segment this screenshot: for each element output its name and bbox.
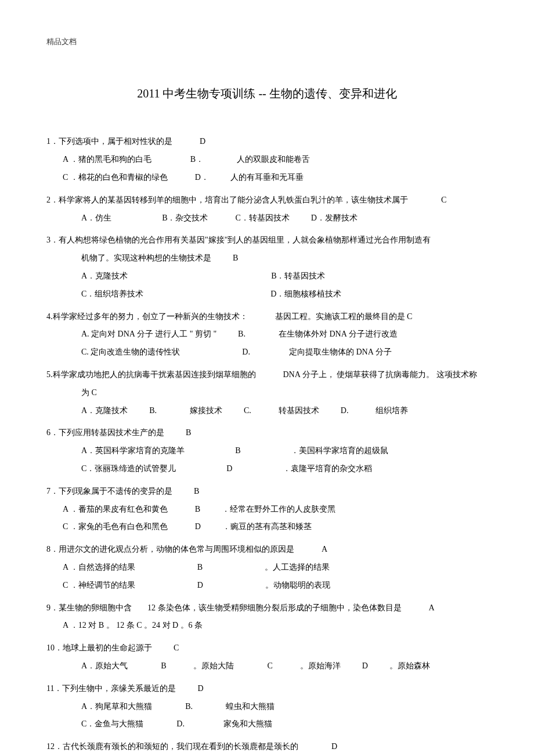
- q1-stem: 1．下列选项中，属于相对性状的是: [46, 137, 172, 146]
- q8-stem: 8．用进尔文的进化观点分析，动物的体色常与周围环境相似的原因是: [46, 545, 294, 554]
- question-8: 8．用进尔文的进化观点分析，动物的体色常与周围环境相似的原因是 A A ．自然选…: [46, 541, 488, 594]
- q7-option-c: C ．家兔的毛色有白色和黑色: [63, 522, 168, 531]
- question-10: 10．地球上最初的生命起源于 C A．原始大气 B 。原始大陆 C 。原始海洋 …: [46, 639, 488, 675]
- q1-answer: D: [200, 137, 205, 146]
- q10-option-a: A．原始大气: [81, 661, 128, 670]
- question-7: 7．下列现象属于不遗传的变异的是 B A ．番茄的果皮有红色和黄色 B ．经常在…: [46, 483, 488, 536]
- q10-answer: C: [174, 643, 179, 652]
- q4-option-c: C. 定向改造生物的遗传性状: [81, 348, 180, 356]
- q7-option-b-label: B: [195, 505, 200, 513]
- question-11: 11．下列生物中，亲缘关系最近的是 D A．狗尾草和大熊猫 B. 蝗虫和大熊猫 …: [46, 680, 488, 733]
- q9-stem1: 9．某生物的卵细胞中含: [46, 603, 132, 612]
- q12-answer: D: [331, 742, 337, 751]
- q4-stem: 4.科学家经过多年的努力，创立了一种新兴的生物技术：: [46, 312, 248, 321]
- q2-option-d: D．发酵技术: [311, 214, 358, 222]
- page-title: 2011 中考生物专项训练 -- 生物的遗传、变异和进化: [46, 83, 488, 104]
- q10-stem: 10．地球上最初的生命起源于: [46, 643, 152, 652]
- q5-option-b-text: 嫁接技术: [190, 406, 222, 415]
- q8-answer: A: [322, 545, 327, 554]
- q5-stem-line1: 5.科学家成功地把人的抗病毒干扰素基因连接到烟草细胞的: [46, 370, 256, 379]
- q1-option-d-label: D．: [195, 173, 209, 182]
- q7-option-d-label: D: [195, 522, 201, 531]
- question-2: 2．科学家将人的某基因转移到羊的细胞中，培育出了能分泌含人乳铁蛋白乳汁的羊，该生…: [46, 191, 488, 227]
- q8-option-c: C ．神经调节的结果: [63, 581, 135, 589]
- q1-option-c: C ．棉花的白色和青椒的绿色: [63, 173, 168, 182]
- q8-option-d-text: 。动物聪明的表现: [265, 581, 330, 589]
- q3-stem-line2: 机物了。实现这种构想的生物技术是: [81, 254, 211, 262]
- q6-option-c: C．张丽珠缔造的试管婴儿: [81, 464, 176, 473]
- q10-option-d-label: D: [362, 661, 368, 670]
- q6-option-d-text: ．袁隆平培育的杂交水稻: [283, 464, 372, 473]
- q1-option-d-text: 人的有耳垂和无耳垂: [230, 173, 304, 182]
- q7-answer: B: [194, 487, 199, 495]
- q8-option-d-label: D: [197, 581, 203, 589]
- q2-stem: 2．科学家将人的某基因转移到羊的细胞中，培育出了能分泌含人乳铁蛋白乳汁的羊，该生…: [46, 196, 408, 204]
- q1-option-b-text: 人的双眼皮和能卷舌: [237, 155, 310, 164]
- q1-option-b-label: B．: [190, 155, 204, 164]
- q8-option-b-text: 。人工选择的结果: [265, 563, 330, 571]
- q5-option-d-label: D.: [341, 406, 349, 415]
- q5-stem-line3: 为 C: [46, 384, 488, 402]
- q6-answer: B: [186, 428, 191, 437]
- q8-option-b-label: B: [197, 563, 203, 571]
- q4-stem2: 基因工程。实施该工程的最终目的是 C: [275, 312, 413, 321]
- question-3: 3．有人构想将绿色植物的光合作用有关基因"嫁接"到人的基因组里，人就会象植物那样…: [46, 231, 488, 303]
- q3-option-a: A．克隆技术: [81, 272, 128, 280]
- q5-option-c-label: C.: [244, 406, 251, 415]
- q7-option-d-text: ．豌豆的茎有高茎和矮茎: [222, 522, 312, 531]
- q5-option-d-text: 组织培养: [376, 406, 408, 415]
- q10-option-b-text: 。原始大陆: [193, 661, 234, 670]
- q10-option-b-label: B: [161, 661, 166, 670]
- q11-option-b-text: 蝗虫和大熊猫: [226, 702, 275, 711]
- q3-answer: B: [233, 254, 238, 262]
- q11-option-d-text: 家兔和大熊猫: [223, 719, 272, 728]
- q7-option-b-text: ．经常在野外工作的人皮肤变黑: [222, 505, 335, 513]
- q9-options: A ．12 对 B 。 12 条 C 。24 对 D 。6 条: [46, 617, 488, 635]
- q11-answer: D: [197, 684, 203, 693]
- q3-option-b: B．转基因技术: [271, 272, 325, 280]
- q2-option-c: C．转基因技术: [235, 214, 289, 222]
- q9-answer: A: [429, 603, 435, 612]
- q12-stem: 12．古代长颈鹿有颈长的和颈短的，我们现在看到的长颈鹿都是颈长的: [46, 742, 298, 751]
- q6-option-b-label: B: [235, 446, 240, 455]
- q1-option-a: A ．猪的黑毛和狗的白毛: [63, 155, 151, 164]
- q7-option-a: A ．番茄的果皮有红色和黄色: [63, 505, 168, 513]
- q3-stem-line1: 3．有人构想将绿色植物的光合作用有关基因"嫁接"到人的基因组里，人就会象植物那样…: [46, 231, 488, 249]
- q11-option-d-label: D.: [176, 719, 185, 728]
- q4-option-b-text: 在生物体外对 DNA 分子进行改造: [279, 330, 398, 338]
- q11-option-b-label: B.: [185, 702, 193, 711]
- q6-option-d-label: D: [226, 464, 232, 473]
- q6-option-a: A．英国科学家培育的克隆羊: [81, 446, 185, 455]
- q11-option-c: C．金鱼与大熊猫: [81, 719, 143, 728]
- question-6: 6．下列应用转基因技术生产的是 B A．英国科学家培育的克隆羊 B ．美国科学家…: [46, 424, 488, 478]
- q7-stem: 7．下列现象属于不遗传的变异的是: [46, 487, 172, 495]
- header-text: 精品文档: [46, 35, 488, 48]
- q10-option-c-text: 。原始海洋: [300, 661, 341, 670]
- q10-option-c-label: C: [267, 661, 272, 670]
- q5-option-a: A．克隆技术: [81, 406, 128, 415]
- q4-option-b-label: B.: [238, 330, 246, 338]
- q2-option-a: A．仿生: [81, 214, 111, 222]
- q11-stem: 11．下列生物中，亲缘关系最近的是: [46, 684, 176, 693]
- question-9: 9．某生物的卵细胞中含 12 条染色体，该生物受精卵细胞分裂后形成的子细胞中，染…: [46, 599, 488, 635]
- question-4: 4.科学家经过多年的努力，创立了一种新兴的生物技术： 基因工程。实施该工程的最终…: [46, 308, 488, 361]
- question-5: 5.科学家成功地把人的抗病毒干扰素基因连接到烟草细胞的 DNA 分子上， 使烟草…: [46, 366, 488, 419]
- q6-option-b-text: ．美国科学家培育的超级鼠: [291, 446, 388, 455]
- q4-option-d-label: D.: [242, 348, 250, 356]
- q4-option-d-text: 定向提取生物体的 DNA 分子: [289, 348, 392, 356]
- question-12: 12．古代长颈鹿有颈长的和颈短的，我们现在看到的长颈鹿都是颈长的 D: [46, 738, 488, 756]
- q2-option-b: B．杂交技术: [162, 214, 208, 222]
- q5-stem-line2: DNA 分子上， 使烟草获得了抗病毒能力。 这项技术称: [283, 370, 477, 379]
- q8-option-a: A ．自然选择的结果: [63, 563, 135, 571]
- q9-stem2: 12 条染色体，该生物受精卵细胞分裂后形成的子细胞中，染色体数目是: [147, 603, 402, 612]
- q11-option-a: A．狗尾草和大熊猫: [81, 702, 152, 711]
- question-1: 1．下列选项中，属于相对性状的是 D A ．猪的黑毛和狗的白毛 B． 人的双眼皮…: [46, 133, 488, 186]
- q2-answer: C: [441, 196, 446, 204]
- q6-stem: 6．下列应用转基因技术生产的是: [46, 428, 164, 437]
- q5-option-b-label: B.: [149, 406, 157, 415]
- q3-option-c: C．组织培养技术: [81, 290, 143, 298]
- q3-option-d: D．细胞核移植技术: [270, 290, 341, 298]
- q4-option-a: A. 定向对 DNA 分子 进行人工 " 剪切 ": [81, 330, 217, 338]
- q5-option-c-text: 转基因技术: [279, 406, 319, 415]
- q10-option-d-text: 。原始森林: [389, 661, 430, 670]
